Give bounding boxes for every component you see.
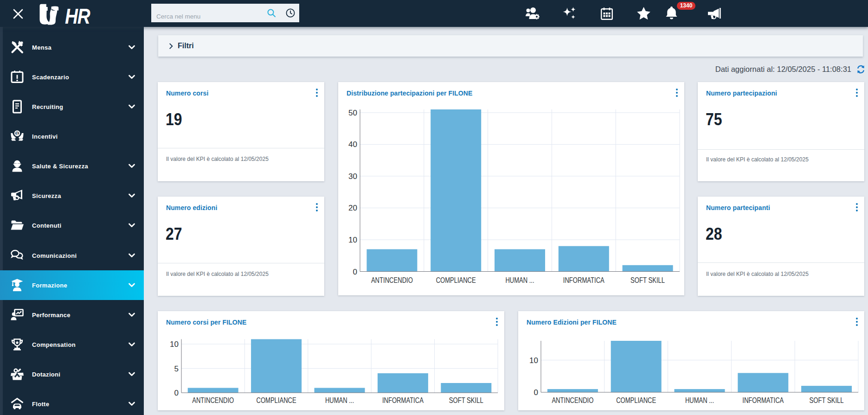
svg-text:30: 30 bbox=[348, 172, 357, 181]
svg-text:50: 50 bbox=[348, 109, 357, 117]
svg-text:20: 20 bbox=[348, 204, 357, 212]
svg-text:ANTINCENDIO: ANTINCENDIO bbox=[552, 396, 593, 405]
svg-text:$: $ bbox=[16, 131, 18, 136]
svg-text:HUMAN ...: HUMAN ... bbox=[325, 396, 354, 405]
svg-text:COMPLIANCE: COMPLIANCE bbox=[436, 276, 476, 285]
svg-text:5: 5 bbox=[174, 364, 179, 373]
svg-text:INFORMATICA: INFORMATICA bbox=[382, 396, 424, 405]
svg-text:0: 0 bbox=[534, 388, 538, 397]
svg-text:INFORMATICA: INFORMATICA bbox=[742, 396, 784, 405]
svg-text:COMPLIANCE: COMPLIANCE bbox=[257, 396, 296, 405]
svg-text:SOFT SKILL: SOFT SKILL bbox=[630, 276, 665, 285]
svg-text:40: 40 bbox=[348, 140, 357, 149]
svg-text:10: 10 bbox=[170, 340, 179, 349]
svg-text:INFORMATICA: INFORMATICA bbox=[563, 276, 604, 285]
svg-text:HUMAN ...: HUMAN ... bbox=[685, 396, 714, 405]
svg-text:0: 0 bbox=[174, 389, 179, 397]
svg-text:ANTINCENDIO: ANTINCENDIO bbox=[371, 276, 413, 285]
svg-text:COMPLIANCE: COMPLIANCE bbox=[616, 396, 656, 405]
svg-text:SOFT SKILL: SOFT SKILL bbox=[810, 396, 844, 405]
svg-text:ANTINCENDIO: ANTINCENDIO bbox=[192, 396, 234, 405]
svg-text:10: 10 bbox=[348, 236, 357, 244]
svg-text:HUMAN ...: HUMAN ... bbox=[506, 276, 534, 285]
svg-text:SOFT SKILL: SOFT SKILL bbox=[449, 396, 483, 405]
svg-text:0: 0 bbox=[353, 268, 357, 276]
svg-text:10: 10 bbox=[529, 356, 538, 365]
